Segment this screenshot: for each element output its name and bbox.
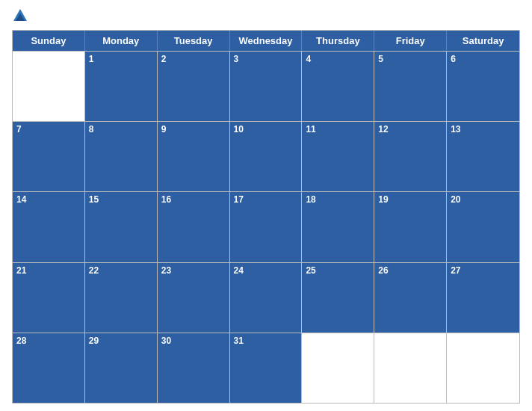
calendar-grid: SundayMondayTuesdayWednesdayThursdayFrid… xyxy=(12,30,520,404)
day-cell: 2 xyxy=(158,52,230,121)
week-row-0: 123456 xyxy=(13,51,519,121)
day-cell: 17 xyxy=(230,192,303,262)
day-number: 18 xyxy=(302,192,374,207)
day-cell: 10 xyxy=(230,122,303,191)
day-cell: 23 xyxy=(158,263,230,333)
day-cell: 16 xyxy=(158,192,230,262)
day-cell: 1 xyxy=(85,52,158,121)
day-headers-row: SundayMondayTuesdayWednesdayThursdayFrid… xyxy=(13,31,519,51)
day-number: 10 xyxy=(230,122,302,137)
day-cell: 15 xyxy=(85,192,158,262)
day-number: 2 xyxy=(158,52,229,67)
day-cell: 14 xyxy=(13,192,85,262)
day-cell: 29 xyxy=(85,333,158,403)
day-number: 7 xyxy=(13,122,84,137)
day-cell: 7 xyxy=(13,122,85,191)
day-cell: 24 xyxy=(230,263,303,333)
day-number: 19 xyxy=(374,192,446,207)
day-number: 11 xyxy=(302,122,374,137)
day-cell xyxy=(13,52,85,121)
day-cell: 22 xyxy=(85,263,158,333)
weeks-container: 1234567891011121314151617181920212223242… xyxy=(13,51,519,403)
day-cell: 11 xyxy=(302,122,374,191)
day-header-thursday: Thursday xyxy=(302,31,374,51)
day-number: 4 xyxy=(302,52,374,67)
day-number: 14 xyxy=(13,192,84,207)
day-cell xyxy=(447,333,519,403)
day-cell: 5 xyxy=(374,52,447,121)
day-cell: 3 xyxy=(230,52,303,121)
day-number: 24 xyxy=(230,263,302,278)
week-row-1: 78910111213 xyxy=(13,121,519,191)
day-cell: 20 xyxy=(447,192,519,262)
day-number: 13 xyxy=(447,122,519,137)
generalblue-logo-icon xyxy=(12,7,28,24)
day-number: 27 xyxy=(447,263,519,278)
day-number: 5 xyxy=(374,52,446,67)
day-cell: 28 xyxy=(13,333,85,403)
day-header-sunday: Sunday xyxy=(13,31,85,51)
day-cell: 25 xyxy=(302,263,374,333)
day-header-tuesday: Tuesday xyxy=(158,31,230,51)
day-number: 28 xyxy=(13,333,84,348)
day-header-friday: Friday xyxy=(374,31,447,51)
day-cell: 19 xyxy=(374,192,447,262)
day-number: 6 xyxy=(447,52,519,67)
day-cell: 13 xyxy=(447,122,519,191)
day-number: 26 xyxy=(374,263,446,278)
day-number: 1 xyxy=(85,52,157,67)
day-number: 29 xyxy=(85,333,157,348)
day-cell: 9 xyxy=(158,122,230,191)
day-number: 21 xyxy=(13,263,84,278)
week-row-4: 28293031 xyxy=(13,333,519,403)
day-number: 25 xyxy=(302,263,374,278)
day-header-monday: Monday xyxy=(85,31,158,51)
day-number: 23 xyxy=(158,263,229,278)
day-cell: 31 xyxy=(230,333,303,403)
day-number: 16 xyxy=(158,192,229,207)
day-cell: 8 xyxy=(85,122,158,191)
day-header-saturday: Saturday xyxy=(447,31,519,51)
week-row-2: 14151617181920 xyxy=(13,191,519,262)
calendar-page: SundayMondayTuesdayWednesdayThursdayFrid… xyxy=(0,0,532,411)
day-cell: 27 xyxy=(447,263,519,333)
day-cell: 6 xyxy=(447,52,519,121)
header xyxy=(12,7,520,24)
day-number: 15 xyxy=(85,192,157,207)
day-cell xyxy=(374,333,447,403)
day-cell: 26 xyxy=(374,263,447,333)
day-number: 20 xyxy=(447,192,519,207)
day-number: 17 xyxy=(230,192,302,207)
day-number: 30 xyxy=(158,333,229,348)
day-number: 22 xyxy=(85,263,157,278)
logo xyxy=(12,7,31,24)
day-cell: 4 xyxy=(302,52,374,121)
day-number: 8 xyxy=(85,122,157,137)
day-cell: 21 xyxy=(13,263,85,333)
day-cell: 12 xyxy=(374,122,447,191)
day-number: 9 xyxy=(158,122,229,137)
day-cell: 18 xyxy=(302,192,374,262)
day-cell: 30 xyxy=(158,333,230,403)
day-number: 31 xyxy=(230,333,302,348)
day-header-wednesday: Wednesday xyxy=(230,31,303,51)
week-row-3: 21222324252627 xyxy=(13,262,519,333)
day-number: 12 xyxy=(374,122,446,137)
day-number: 3 xyxy=(230,52,302,67)
day-cell xyxy=(302,333,374,403)
